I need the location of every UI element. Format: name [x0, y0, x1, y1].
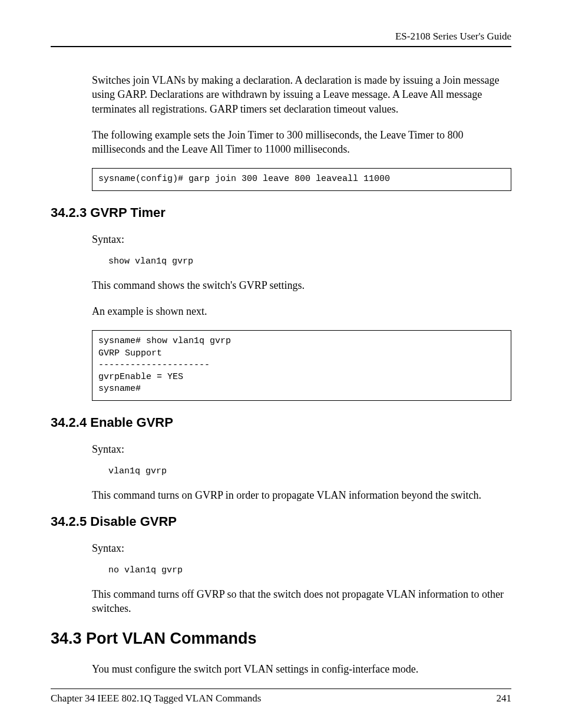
syntax-cmd-3424: vlan1q gvrp: [108, 466, 511, 476]
desc-3424: This command turns on GVRP in order to p…: [92, 488, 511, 502]
section-343-heading: 34.3 Port VLAN Commands: [51, 630, 511, 648]
desc-3423: This command shows the switch's GVRP set…: [92, 278, 511, 292]
header-rule: [51, 46, 511, 47]
guide-title: ES-2108 Series User's Guide: [51, 31, 511, 42]
syntax-cmd-3423: show vlan1q gvrp: [108, 256, 511, 266]
page-header: ES-2108 Series User's Guide: [51, 31, 511, 47]
intro-code-block: sysname(config)# garp join 300 leave 800…: [92, 168, 511, 190]
footer-chapter: Chapter 34 IEEE 802.1Q Tagged VLAN Comma…: [51, 693, 262, 704]
footer-rule: [51, 689, 511, 689]
intro-para1: Switches join VLANs by making a declarat…: [92, 73, 511, 116]
section-3424-heading: 34.2.4 Enable GVRP: [51, 415, 511, 430]
example-code-3423: sysname# show vlan1q gvrp GVRP Support -…: [92, 330, 511, 400]
desc-3425: This command turns off GVRP so that the …: [92, 587, 511, 616]
section-3423-heading: 34.2.3 GVRP Timer: [51, 205, 511, 220]
example-label-3423: An example is shown next.: [92, 304, 511, 318]
syntax-cmd-3425: no vlan1q gvrp: [108, 565, 511, 575]
syntax-label-3424: Syntax:: [92, 443, 511, 456]
syntax-label-3425: Syntax:: [92, 542, 511, 555]
syntax-label-3423: Syntax:: [92, 233, 511, 246]
intro-para2: The following example sets the Join Time…: [92, 128, 511, 157]
page-footer: Chapter 34 IEEE 802.1Q Tagged VLAN Comma…: [51, 689, 511, 704]
desc-343: You must configure the switch port VLAN …: [92, 662, 511, 676]
section-3425-heading: 34.2.5 Disable GVRP: [51, 514, 511, 529]
footer-page-number: 241: [497, 693, 512, 704]
